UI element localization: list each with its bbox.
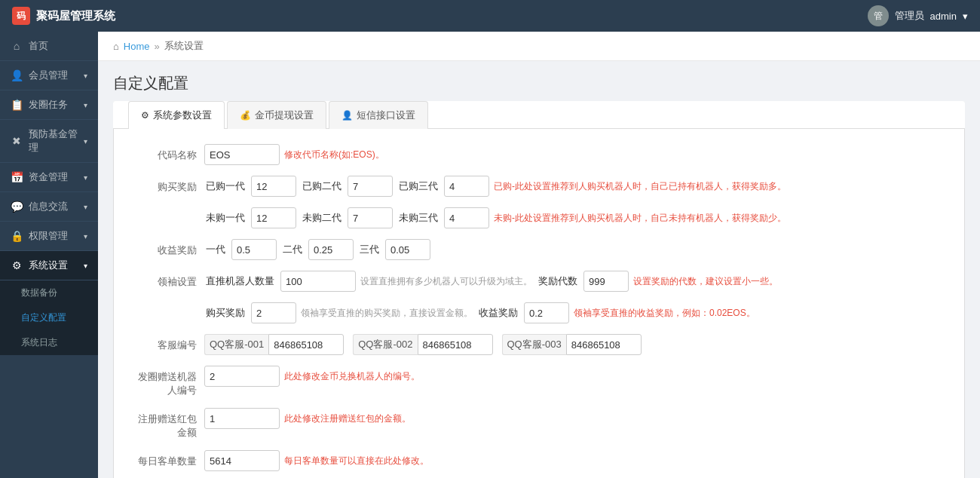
reward-code-label: 奖励代数 [537, 274, 579, 288]
not-gen2-input[interactable] [348, 207, 393, 228]
redpack-row: 注册赠送红包金额 此处修改注册赠送红包的金额。 [129, 408, 949, 440]
leader-sub-label [129, 302, 197, 307]
tab-sms-label: 短信接口设置 [357, 109, 415, 122]
service-2-label: QQ客服-002 [353, 334, 417, 355]
code-name-row: 代码名称 修改代币名称(如:EOS)。 [129, 144, 949, 165]
sidebar-label-home: 首页 [29, 39, 87, 53]
breadcrumb-home-icon: ⌂ [113, 41, 119, 52]
robot-input[interactable] [204, 366, 280, 387]
brand-title: 聚码屋管理系统 [36, 9, 115, 23]
sidebar-item-permissions[interactable]: 🔒 权限管理 ▾ [0, 222, 98, 251]
sidebar-label-info: 信息交流 [29, 200, 78, 213]
income-gen1-label: 一代 [204, 243, 227, 256]
income-gen1-input[interactable] [231, 239, 277, 260]
leader-buy-reward-label: 购买奖励 [204, 306, 247, 320]
tabs-bar: ⚙ 系统参数设置 💰 金币提现设置 👤 短信接口设置 [113, 101, 965, 129]
leader-push-hint: 设置直推拥有多少机器人可以升级为域主。 [360, 275, 532, 288]
info-icon: 💬 [11, 201, 23, 213]
tab-params-label: 系统参数设置 [153, 109, 212, 122]
sidebar-label-prevention: 预防基金管理 [29, 127, 78, 155]
code-name-input[interactable] [204, 144, 280, 165]
already-buy-hint: 已购-此处设置推荐到人购买机器人时，自己已持有机器人，获得奖励多。 [494, 180, 786, 193]
chevron-down-icon-prev: ▾ [84, 137, 87, 146]
leader-buy-reward-input[interactable] [251, 302, 296, 323]
members-icon: 👤 [11, 69, 23, 81]
not-gen1-input[interactable] [251, 207, 296, 228]
sidebar-item-members[interactable]: 👤 会员管理 ▾ [0, 61, 98, 90]
reward-code-input[interactable] [583, 271, 629, 292]
leader-content: 直推机器人数量 设置直推拥有多少机器人可以升级为域主。 奖励代数 设置奖励的代数… [204, 271, 949, 292]
already-gen2-label: 已购二代 [301, 179, 343, 193]
tab-sms[interactable]: 👤 短信接口设置 [329, 101, 428, 129]
already-gen2-input[interactable] [348, 176, 393, 197]
sidebar-label-settings: 系统设置 [29, 259, 78, 272]
assets-icon: 📅 [11, 171, 23, 183]
permissions-icon: 🔒 [11, 230, 23, 242]
sidebar-item-data-backup[interactable]: 数据备份 [0, 280, 98, 305]
buy-reward-label: 购买奖励 [129, 176, 197, 194]
breadcrumb-separator: » [155, 41, 160, 52]
chevron-down-icon-settings: ▾ [84, 262, 87, 270]
income-gen3-label: 三代 [358, 243, 381, 256]
settings-icon: ⚙ [11, 259, 23, 271]
daily-orders-label: 每日客单数量 [129, 450, 197, 468]
income-reward2-input[interactable] [524, 302, 569, 323]
redpack-input[interactable] [204, 408, 280, 429]
home-icon: ⌂ [11, 40, 23, 52]
buy-reward-content2: 未购一代 未购二代 未购三代 未购-此处设置推荐到人购买机器人时，自己未持有机器… [204, 207, 949, 228]
income-gen2-input[interactable] [308, 239, 354, 260]
reward-code-hint: 设置奖励的代数，建议设置小一些。 [633, 275, 778, 288]
sidebar-label-permissions: 权限管理 [29, 229, 78, 243]
coin-tab-icon: 💰 [240, 110, 251, 121]
not-gen3-label: 未购三代 [397, 211, 439, 225]
tab-params[interactable]: ⚙ 系统参数设置 [128, 101, 225, 129]
chevron-down-icon-perm: ▾ [84, 232, 87, 241]
daily-orders-input[interactable] [204, 450, 280, 471]
tab-coin-withdraw[interactable]: 💰 金币提现设置 [227, 101, 326, 129]
sidebar-item-system-log[interactable]: 系统日志 [0, 330, 98, 355]
service-3-input[interactable] [566, 334, 642, 355]
not-gen3-input[interactable] [444, 207, 489, 228]
leader-push-input[interactable] [280, 271, 356, 292]
leader-sub-content: 购买奖励 领袖享受直推的购买奖励，直接设置金额。 收益奖励 领袖享受直推的收益奖… [204, 302, 949, 323]
page-title: 自定义配置 [113, 73, 965, 93]
already-gen1-input[interactable] [251, 176, 296, 197]
breadcrumb-home-link[interactable]: Home [124, 41, 150, 52]
sidebar-item-settings[interactable]: ⚙ 系统设置 ▾ [0, 251, 98, 280]
sidebar-item-assets[interactable]: 📅 资金管理 ▾ [0, 163, 98, 192]
sidebar-label-members: 会员管理 [29, 69, 78, 82]
username: admin [930, 11, 957, 22]
code-name-content: 修改代币名称(如:EOS)。 [204, 144, 949, 165]
brand: 码 聚码屋管理系统 [12, 7, 115, 25]
sidebar-item-prevention[interactable]: ✖ 预防基金管理 ▾ [0, 120, 98, 163]
income-reward2-hint: 领袖享受直推的收益奖励，例如：0.02EOS。 [574, 307, 755, 320]
already-gen3-label: 已购三代 [397, 179, 439, 193]
income-gen3-input[interactable] [385, 239, 430, 260]
service-1-input[interactable] [268, 334, 344, 355]
buy-reward-row1: 购买奖励 已购一代 已购二代 已购三代 已购-此处设置推荐到人购买机器人时，自己… [129, 176, 949, 197]
sidebar-item-info[interactable]: 💬 信息交流 ▾ [0, 192, 98, 222]
breadcrumb: ⌂ Home » 系统设置 [98, 32, 980, 61]
breadcrumb-current: 系统设置 [164, 39, 204, 53]
code-name-hint: 修改代币名称(如:EOS)。 [284, 149, 384, 161]
content-area: ⌂ Home » 系统设置 自定义配置 ⚙ 系统参数设置 💰 金币提现设置 👤 … [98, 32, 980, 478]
income-reward-content: 一代 二代 三代 [204, 239, 949, 260]
buy-reward-content1: 已购一代 已购二代 已购三代 已购-此处设置推荐到人购买机器人时，自己已持有机器… [204, 176, 949, 197]
user-dropdown-icon: ▾ [963, 11, 968, 22]
sidebar-item-tasks[interactable]: 📋 发圈任务 ▾ [0, 90, 98, 120]
sidebar-item-home[interactable]: ⌂ 首页 [0, 32, 98, 61]
redpack-label: 注册赠送红包金额 [129, 408, 197, 440]
leader-label: 领袖设置 [129, 271, 197, 289]
sms-tab-icon: 👤 [341, 110, 353, 121]
tasks-icon: 📋 [11, 99, 23, 111]
leader-push-label: 直推机器人数量 [204, 274, 276, 288]
not-gen1-label: 未购一代 [204, 211, 247, 225]
sidebar-item-custom-config[interactable]: 自定义配置 [0, 305, 98, 330]
income-reward-row: 收益奖励 一代 二代 三代 [129, 239, 949, 260]
already-gen3-input[interactable] [444, 176, 489, 197]
service-2-input[interactable] [418, 334, 493, 355]
daily-orders-row: 每日客单数量 每日客单数量可以直接在此处修改。 [129, 450, 949, 471]
user-menu[interactable]: 管 管理员 admin ▾ [868, 5, 968, 26]
page-title-bar: 自定义配置 [98, 61, 980, 101]
sidebar: ⌂ 首页 👤 会员管理 ▾ 📋 发圈任务 ▾ ✖ 预防基金管理 ▾ 📅 资金管理… [0, 32, 98, 478]
